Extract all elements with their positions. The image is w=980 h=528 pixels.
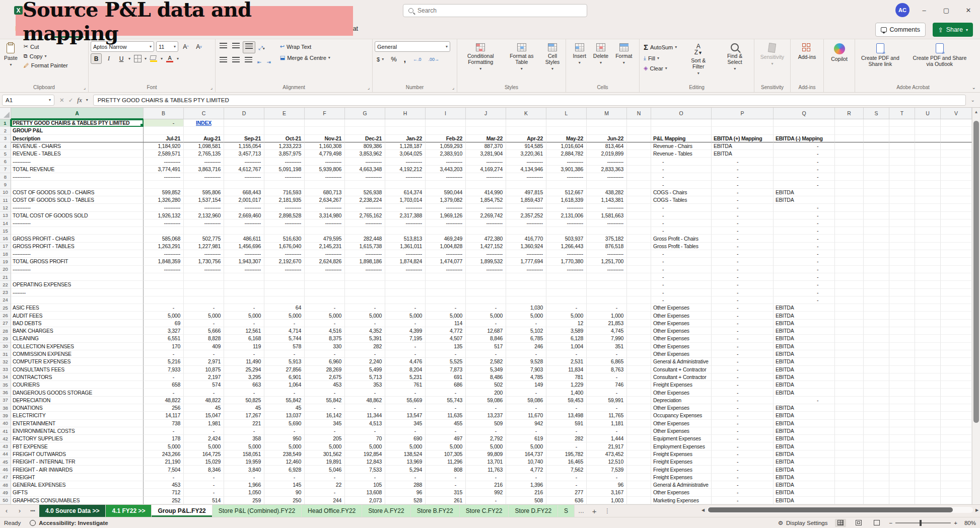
cell-F41[interactable]: - [305,427,345,435]
cell-T8[interactable] [889,173,915,181]
cell-F39[interactable]: 16,142 [305,412,345,419]
cell-M29[interactable]: 7,990 [587,335,627,342]
cell-I23[interactable] [426,289,466,296]
cell-L35[interactable]: 1,229 [546,381,587,389]
row-header-18[interactable]: 18 [0,250,11,258]
cell-V18[interactable] [941,250,972,258]
cell-L2[interactable] [546,127,587,134]
cell-F17[interactable]: 2,145,231 [305,243,345,250]
cell-P13[interactable]: - [712,212,774,219]
zoom-slider[interactable]: − + [889,520,957,526]
sheet-tab-s[interactable]: S [558,505,575,517]
row-header-19[interactable]: 19 [0,258,11,265]
cell-A46[interactable]: FREIGHT - AIR INWARDS [11,466,144,473]
cell-I50[interactable]: 261 [426,497,466,504]
cell-U23[interactable] [915,289,941,296]
column-header-A[interactable]: A [11,108,144,119]
cell-G10[interactable]: 526,938 [345,189,385,196]
cell-M21[interactable] [587,273,627,281]
cell-L14[interactable]: ---------- [546,219,587,227]
cell-V49[interactable] [941,489,972,496]
cell-P21[interactable]: - [712,273,774,281]
cell-U16[interactable] [915,235,941,242]
cell-Q37[interactable]: - [774,397,835,404]
cell-O48[interactable]: General & Administrative [651,481,712,489]
cell-J19[interactable]: 1,899,532 [466,258,506,265]
cell-C26[interactable]: 5,000 [184,312,224,319]
cell-D30[interactable]: 119 [224,343,264,350]
cell-H4[interactable]: 1,128,187 [385,142,426,150]
cell-S15[interactable] [864,227,889,235]
cell-R46[interactable] [835,466,864,473]
row-header-29[interactable]: 29 [0,335,11,342]
cell-Q47[interactable]: EBITDA [774,474,835,481]
new-sheet-button[interactable]: + [588,505,601,517]
cell-Q2[interactable] [774,127,835,134]
cell-K38[interactable]: - [506,404,546,412]
sheet-tab-4-1-fy22[interactable]: 4.1 FY22 >> [106,505,152,517]
cell-M49[interactable]: 3,167 [587,489,627,496]
cell-Q4[interactable]: - [774,142,835,150]
cell-R19[interactable] [835,258,864,265]
cell-B20[interactable]: ---------- [144,266,184,273]
cell-O13[interactable]: - [651,212,712,219]
cell-V16[interactable] [941,235,972,242]
cell-H29[interactable]: 7,195 [385,335,426,342]
cell-R28[interactable] [835,327,864,335]
cell-F11[interactable]: 2,634,267 [305,196,345,204]
cell-F32[interactable]: 6,960 [305,358,345,365]
cell-P42[interactable]: - [712,435,774,442]
delete-cells-button[interactable]: Delete▾ [591,41,610,67]
cell-B39[interactable]: 14,117 [144,412,184,419]
cell-S45[interactable] [864,458,889,466]
row-header-15[interactable]: 15 [0,227,11,235]
row-header-24[interactable]: 24 [0,296,11,304]
cell-K10[interactable]: 497,815 [506,189,546,196]
cell-I11[interactable]: 1,379,082 [426,196,466,204]
cell-A45[interactable]: FREIGHT - INTERNAL TFR [11,458,144,466]
cell-Q31[interactable]: EBITDA [774,350,835,358]
cell-P46[interactable]: - [712,466,774,473]
horizontal-scrollbar[interactable]: ◀ ▶ [700,506,980,513]
cell-K42[interactable]: 619 [506,435,546,442]
cell-U10[interactable] [915,189,941,196]
row-header-48[interactable]: 48 [0,481,11,489]
cell-T15[interactable] [889,227,915,235]
cell-P10[interactable]: - [712,189,774,196]
cell-E10[interactable]: 716,593 [264,189,305,196]
column-header-O[interactable]: O [651,108,712,119]
cell-C14[interactable]: ---------- [184,219,224,227]
cell-M31[interactable]: - [587,350,627,358]
cell-styles-button[interactable]: Cell Styles▾ [541,41,564,73]
cell-C8[interactable]: ---------- [184,173,224,181]
row-header-11[interactable]: 11 [0,196,11,204]
row-header-3[interactable]: 3 [0,135,11,142]
cell-K34[interactable]: 4,785 [506,373,546,381]
cell-G24[interactable] [345,296,385,304]
cell-I47[interactable]: - [426,474,466,481]
cell-L36[interactable]: 1,400 [546,389,587,396]
cell-S48[interactable] [864,481,889,489]
italic-button[interactable]: I [103,53,114,64]
cell-H1[interactable] [385,119,426,127]
cell-T33[interactable] [889,366,915,373]
cell-O49[interactable]: Other Expenses [651,489,712,496]
row-header-42[interactable]: 42 [0,435,11,442]
expand-formula-bar-button[interactable]: ⌄ [968,97,978,103]
create-pdf-share-link-button[interactable]: Create PDF and Share link [857,41,903,69]
cell-H44[interactable]: 138,524 [385,450,426,458]
cell-M1[interactable] [587,119,627,127]
cell-S23[interactable] [864,289,889,296]
cell-F50[interactable]: 244 [305,497,345,504]
cell-G5[interactable]: 3,853,962 [345,150,385,158]
cell-D7[interactable]: 4,612,767 [224,166,264,173]
cell-H33[interactable]: 8,204 [385,366,426,373]
cell-E49[interactable]: 90 [264,489,305,496]
sheet-menu-button[interactable]: ⋮ [601,505,614,517]
cell-M44[interactable]: 473,452 [587,450,627,458]
cell-B5[interactable]: 2,589,571 [144,150,184,158]
cell-D36[interactable]: - [224,389,264,396]
cell-H17[interactable]: 1,361,011 [385,243,426,250]
cell-B3[interactable]: Jul-21 [144,135,184,142]
cell-C50[interactable]: 514 [184,497,224,504]
